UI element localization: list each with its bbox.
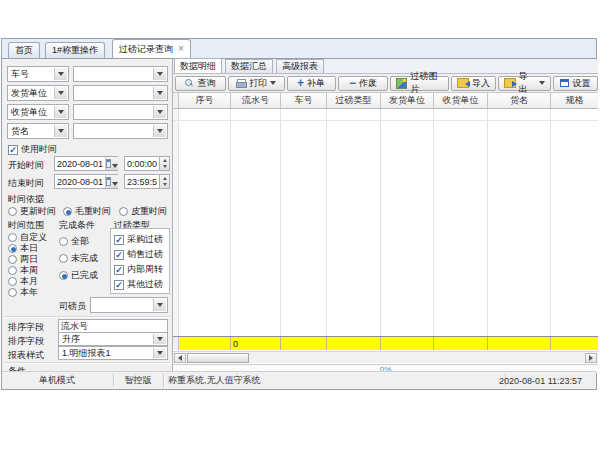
radio-finish-unfinished-label: 未完成: [71, 252, 98, 265]
weigh-type-groupbox: ✓ 采购过磅 ✓ 销售过磅 ✓ 内部周转 ✓ 其他过磅: [110, 228, 170, 294]
chevron-down-icon[interactable]: [153, 334, 166, 344]
radio-finish-all[interactable]: 全部: [59, 235, 89, 248]
scroll-left-icon[interactable]: [174, 353, 186, 363]
status-edition: 智控版: [114, 372, 162, 389]
weigh-image-button[interactable]: 过磅图片: [390, 76, 449, 91]
status-system-name: 称重系统,无人值守系统: [168, 372, 261, 389]
col-header-serial[interactable]: 流水号: [231, 93, 281, 108]
radio-update-time[interactable]: 更新时间: [8, 205, 56, 218]
printer-icon: [236, 79, 246, 87]
col-header-seq[interactable]: 序号: [179, 93, 231, 108]
filter-value-input-4[interactable]: [73, 123, 168, 139]
radio-finish-finished[interactable]: 已完成: [59, 269, 98, 282]
col-header-goods[interactable]: 货名: [488, 93, 551, 108]
chevron-down-icon[interactable]: [153, 299, 166, 311]
empty-row-divider: [173, 120, 598, 121]
filter-value-input-1[interactable]: [73, 66, 168, 82]
radio-tare-time[interactable]: 皮重时间: [119, 205, 167, 218]
filter-field-select-2[interactable]: 发货单位: [7, 85, 69, 101]
scroll-right-icon[interactable]: [585, 353, 597, 363]
plus-icon: +: [297, 78, 304, 88]
checkbox-sale[interactable]: ✓ 销售过磅: [114, 248, 163, 261]
calendar-icon[interactable]: [105, 157, 118, 170]
import-button[interactable]: 导入: [451, 76, 496, 91]
grid-header: 序号 流水号 车号 过磅类型 发货单位 收货单位 货名 规格: [173, 93, 598, 109]
start-time-field[interactable]: [124, 156, 160, 171]
tab-home[interactable]: 首页: [8, 42, 40, 58]
void-button[interactable]: − 作废: [338, 76, 389, 91]
grid-body[interactable]: [173, 109, 598, 336]
tab-data-summary[interactable]: 数据汇总: [225, 59, 273, 73]
col-header-vehicle[interactable]: 车号: [281, 93, 327, 108]
check-icon: ✓: [114, 250, 124, 260]
divider: [4, 316, 170, 318]
filter-field-select-3[interactable]: 收货单位: [7, 104, 69, 120]
radio-finish-unfinished[interactable]: 未完成: [59, 252, 98, 265]
radio-update-time-label: 更新时间: [20, 205, 56, 218]
chevron-down-icon[interactable]: [153, 125, 166, 137]
filter-field-select-1[interactable]: 车号: [7, 66, 69, 82]
chevron-down-icon[interactable]: [153, 348, 166, 358]
checkbox-other[interactable]: ✓ 其他过磅: [114, 278, 163, 291]
radio-gross-time[interactable]: 毛重时间: [63, 205, 111, 218]
status-mode: 单机模式: [2, 372, 112, 389]
tab-record-query[interactable]: 过磅记录查询 ×: [112, 39, 191, 58]
close-icon[interactable]: ×: [178, 44, 184, 54]
supplement-button[interactable]: + 补单: [287, 76, 336, 91]
chevron-down-icon[interactable]: [153, 87, 166, 99]
radio-icon: [8, 266, 17, 275]
query-button[interactable]: 查询: [175, 76, 226, 91]
summary-cell: [551, 337, 598, 350]
void-button-label: 作废: [359, 77, 377, 90]
tab-data-detail[interactable]: 数据明细: [174, 58, 222, 73]
chevron-down-icon[interactable]: [54, 106, 67, 118]
chevron-down-icon[interactable]: [54, 125, 67, 137]
data-panel: 数据明细 数据汇总 高级报表 查询 打印 + 补单: [173, 59, 598, 373]
checkbox-purchase[interactable]: ✓ 采购过磅: [114, 233, 163, 246]
import-icon: [457, 78, 469, 88]
chevron-down-icon[interactable]: [153, 106, 166, 118]
app-window: 首页 1#称重操作 过磅记录查询 × 车号 发货单位 收货单位: [1, 38, 597, 390]
print-button[interactable]: 打印: [228, 76, 285, 91]
col-header-spec[interactable]: 规格: [551, 93, 598, 108]
tab-weigh-operation[interactable]: 1#称重操作: [45, 42, 105, 58]
calendar-icon[interactable]: [105, 175, 118, 188]
check-icon: ✓: [114, 280, 124, 290]
summary-cell: [488, 337, 551, 350]
status-bar: 单机模式 智控版 称重系统,无人值守系统 2020-08-01 11:23:57: [2, 371, 596, 389]
scrollbar-thumb[interactable]: [187, 353, 249, 363]
tab-advanced-report-label: 高级报表: [282, 60, 318, 73]
weigher-select[interactable]: [90, 297, 168, 313]
filter-panel: 车号 发货单位 收货单位 货名: [2, 59, 173, 373]
chevron-down-icon: [539, 81, 545, 85]
radio-icon: [8, 255, 17, 264]
chevron-down-icon[interactable]: [54, 87, 67, 99]
time-spinner-icon[interactable]: [159, 174, 170, 189]
sort-order-select[interactable]: 升序: [58, 332, 168, 346]
checkbox-other-label: 其他过磅: [127, 278, 163, 291]
toolbar: 查询 打印 + 补单 − 作废 过磅图片 导入: [173, 74, 598, 93]
filter-value-input-2[interactable]: [73, 85, 168, 101]
filter-value-input-3[interactable]: [73, 104, 168, 120]
report-style-select[interactable]: 1.明细报表1: [58, 346, 168, 360]
settings-button[interactable]: 设置: [553, 76, 598, 91]
weigher-label: 司磅员: [59, 300, 86, 313]
horizontal-scrollbar[interactable]: [173, 351, 598, 363]
col-header-receiver[interactable]: 收货单位: [434, 93, 488, 108]
radio-range-year[interactable]: 本年: [8, 286, 38, 299]
chevron-down-icon[interactable]: [54, 68, 67, 80]
time-spinner-icon[interactable]: [159, 156, 170, 171]
summary-cell: [381, 337, 434, 350]
col-header-shipper[interactable]: 发货单位: [381, 93, 434, 108]
sort-order-label: 排序字段: [8, 335, 44, 348]
col-header-weightype[interactable]: 过磅类型: [327, 93, 381, 108]
filter-field-select-4[interactable]: 货名: [7, 123, 69, 139]
checkbox-internal[interactable]: ✓ 内部周转: [114, 263, 163, 276]
tab-advanced-report[interactable]: 高级报表: [276, 59, 324, 73]
use-time-checkbox[interactable]: ✓ 使用时间: [8, 143, 57, 156]
chevron-down-icon: [270, 81, 276, 85]
export-button[interactable]: 导出: [498, 76, 551, 91]
end-time-field[interactable]: [124, 174, 160, 189]
query-button-label: 查询: [197, 77, 215, 90]
chevron-down-icon[interactable]: [153, 68, 166, 80]
